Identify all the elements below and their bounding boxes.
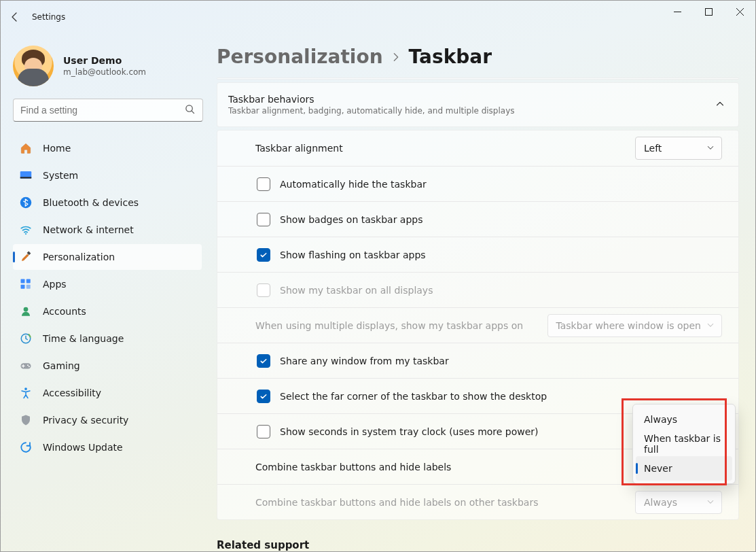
page-title: Taskbar [409, 46, 492, 68]
wifi-icon [20, 224, 32, 236]
row-multi-display-apps: When using multiple displays, show my ta… [217, 307, 738, 343]
clock-icon [20, 332, 32, 345]
chevron-down-icon [706, 143, 715, 154]
row-taskbar-alignment: Taskbar alignment Left [217, 131, 738, 166]
nav-item-time-language[interactable]: Time & language [13, 326, 202, 351]
row-combine-buttons-other: Combine taskbar buttons and hide labels … [217, 484, 738, 519]
combine-dropdown-flyout[interactable]: AlwaysWhen taskbar is fullNever [632, 404, 736, 484]
search-field-wrap [13, 99, 202, 122]
checkbox[interactable] [257, 213, 270, 226]
clipped-section[interactable]: Show or hide additional system tray icon… [217, 77, 739, 80]
brush-icon [20, 251, 32, 263]
dropdown-option-never[interactable]: Never [636, 456, 732, 481]
system-icon [20, 169, 32, 182]
dropdown-option-when-taskbar-is-full[interactable]: When taskbar is full [636, 432, 732, 456]
nav-label: System [43, 170, 78, 181]
nav-item-gaming[interactable]: Gaming [13, 353, 202, 379]
checkbox[interactable] [257, 248, 270, 262]
nav-item-apps[interactable]: Apps [13, 271, 202, 297]
row-autohide-taskbar[interactable]: Automatically hide the taskbar [217, 166, 738, 201]
svg-rect-3 [20, 177, 32, 178]
nav-label: Accessibility [43, 387, 101, 398]
profile-email: m_lab@outlook.com [63, 67, 146, 77]
select-multi-display-apps: Taskbar where window is open [547, 314, 722, 337]
row-show-badges[interactable]: Show badges on taskbar apps [217, 201, 738, 237]
bluetooth-icon [20, 196, 32, 209]
chevron-right-icon [391, 49, 401, 65]
gaming-icon [20, 360, 32, 372]
checkbox[interactable] [257, 390, 270, 403]
svg-point-1 [186, 105, 192, 111]
nav-item-windows-update[interactable]: Windows Update [13, 434, 202, 460]
nav-item-system[interactable]: System [13, 162, 202, 188]
nav-label: Bluetooth & devices [43, 197, 139, 208]
svg-point-15 [29, 366, 30, 367]
nav-label: Personalization [43, 252, 115, 262]
nav-item-bluetooth-devices[interactable]: Bluetooth & devices [13, 190, 202, 215]
checkbox [257, 283, 270, 297]
section-title: Taskbar behaviors [228, 94, 515, 105]
apps-icon [20, 278, 32, 290]
profile[interactable]: User Demo m_lab@outlook.com [13, 46, 202, 86]
titlebar: Settings [1, 1, 755, 33]
chevron-down-icon [706, 320, 715, 331]
maximize-button[interactable] [693, 1, 724, 22]
nav-item-network-internet[interactable]: Network & internet [13, 217, 202, 243]
home-icon [20, 142, 32, 154]
nav-item-accessibility[interactable]: Accessibility [13, 380, 202, 406]
nav-label: Windows Update [43, 442, 123, 453]
taskbar-behaviors-header[interactable]: Taskbar behaviors Taskbar alignment, bad… [217, 82, 739, 127]
accessibility-icon [20, 387, 32, 399]
app-title: Settings [32, 12, 65, 22]
checkbox[interactable] [257, 177, 270, 191]
svg-point-11 [24, 307, 29, 312]
search-input[interactable] [13, 99, 203, 122]
chevron-down-icon [706, 497, 715, 508]
dropdown-option-always[interactable]: Always [636, 407, 732, 432]
shield-icon [20, 414, 32, 426]
back-button[interactable] [9, 11, 21, 23]
update-icon [20, 441, 32, 453]
nav-item-home[interactable]: Home [13, 135, 202, 161]
checkbox[interactable] [257, 354, 270, 368]
nav-label: Time & language [43, 333, 124, 344]
related-support-heading: Related support [217, 539, 739, 551]
nav-label: Network & internet [43, 224, 134, 235]
svg-rect-8 [26, 279, 31, 283]
breadcrumb-parent[interactable]: Personalization [217, 46, 383, 68]
select-taskbar-alignment[interactable]: Left [635, 137, 722, 160]
select-combine-other: Always [635, 491, 722, 514]
close-button[interactable] [724, 1, 755, 22]
nav-label: Home [43, 143, 71, 154]
section-subtitle: Taskbar alignment, badging, automaticall… [228, 106, 515, 116]
checkbox[interactable] [257, 425, 270, 438]
nav-label: Privacy & security [43, 415, 128, 426]
nav-label: Apps [43, 279, 67, 290]
search-icon [185, 104, 195, 116]
nav-label: Accounts [43, 306, 86, 317]
breadcrumb: Personalization Taskbar [217, 46, 739, 68]
avatar [13, 46, 54, 86]
person-icon [20, 305, 32, 317]
nav: HomeSystemBluetooth & devicesNetwork & i… [13, 135, 202, 460]
svg-rect-0 [705, 8, 712, 15]
svg-rect-9 [21, 285, 25, 289]
row-share-window[interactable]: Share any window from my taskbar [217, 343, 738, 378]
svg-point-16 [24, 387, 27, 390]
nav-label: Gaming [43, 360, 80, 371]
svg-rect-7 [21, 279, 25, 283]
row-show-flashing[interactable]: Show flashing on taskbar apps [217, 237, 738, 272]
svg-point-14 [27, 364, 29, 366]
svg-point-5 [25, 233, 26, 235]
chevron-up-icon [715, 99, 725, 111]
nav-item-privacy-security[interactable]: Privacy & security [13, 407, 202, 433]
profile-name: User Demo [63, 55, 146, 66]
minimize-button[interactable] [662, 1, 693, 22]
nav-item-accounts[interactable]: Accounts [13, 298, 202, 324]
sidebar: User Demo m_lab@outlook.com HomeSystemBl… [1, 33, 211, 551]
nav-item-personalization[interactable]: Personalization [13, 244, 202, 270]
svg-rect-10 [26, 285, 31, 289]
row-taskbar-all-displays: Show my taskbar on all displays [217, 272, 738, 307]
